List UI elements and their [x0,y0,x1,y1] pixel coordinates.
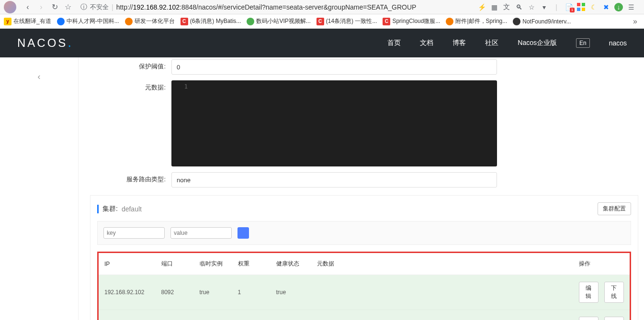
bookmark-item[interactable]: CSpringCloud微服... [383,17,440,25]
cell-metadata [311,275,573,310]
threshold-label: 保护阈值: [90,59,171,71]
bookmark-label: 在线翻译_有道 [13,17,51,25]
cluster-card: 集群: default 集群配置 IP 端口 临时实例 [90,195,638,320]
form-row-metadata: 元数据: 1 [90,80,638,166]
bookmark-label: 研发一体化平台 [135,17,175,25]
url-text: http://192.168.92.102:8848/nacos/#/servi… [116,3,417,11]
th-ip: IP [98,253,156,275]
bookmark-label: NotFound9/interv... [522,18,571,25]
nav-enterprise[interactable]: Nacos企业版 [518,39,557,47]
bookmark-label: SpringCloud微服... [392,17,440,25]
threshold-input[interactable]: 0 [171,59,497,75]
th-metadata: 元数据 [311,253,573,275]
route-label: 服务路由类型: [90,172,171,184]
menu-icon[interactable]: ☰ [627,3,635,11]
form-row-threshold: 保护阈值: 0 [90,59,638,75]
back-icon[interactable]: ‹ [22,1,34,13]
favicon-icon [247,18,254,25]
bookmark-item[interactable]: 附件|邮件，Spring... [446,17,507,25]
nacos-nav: 首页 文档 博客 社区 Nacos企业版 En nacos [387,38,627,48]
meta-search-button[interactable] [237,227,249,239]
bookmark-item[interactable]: 数码小站VIP视频解... [247,17,310,25]
forward-icon[interactable]: › [35,1,47,13]
translate-icon[interactable]: 文 [502,3,511,11]
offline-button[interactable]: 下线 [604,317,624,320]
bookmarks-overflow-icon[interactable]: » [630,17,640,26]
table-header-row: IP 端口 临时实例 权重 健康状态 元数据 操作 [98,253,631,275]
dropdown-icon[interactable]: ▾ [540,3,548,11]
th-weight: 权重 [232,253,271,275]
cell-ops: 编辑 下线 [573,310,631,320]
cell-port: 8092 [156,275,194,310]
edit-button[interactable]: 编辑 [579,317,599,320]
cluster-config-button[interactable]: 集群配置 [598,202,631,215]
moon-ext-icon[interactable]: ☾ [589,3,598,11]
x-ext-icon[interactable]: ✖ [602,3,610,11]
lang-switch[interactable]: En [576,38,590,48]
table-row: 192.168.92.102 8091 true 1 true 编辑 下线 [98,310,631,320]
nav-docs[interactable]: 文档 [420,39,433,47]
favicon-icon [446,18,453,25]
cluster-label: 集群: [102,205,118,213]
bolt-icon[interactable]: ⚡ [477,3,486,11]
form-row-route: 服务路由类型: none [90,172,638,188]
line-number: 1 [178,83,188,90]
nav-blog[interactable]: 博客 [452,39,466,47]
main-layout: ‹ 保护阈值: 0 元数据: 1 服务路由类型: none 集群: defaul… [0,57,644,320]
cell-metadata [311,310,573,320]
bookmark-item[interactable]: y在线翻译_有道 [4,17,51,25]
collapse-icon[interactable]: ‹ [38,72,41,82]
instance-table: IP 端口 临时实例 权重 健康状态 元数据 操作 192.168.92.102… [97,252,631,320]
favicon-icon: y [4,18,11,25]
edit-button[interactable]: 编辑 [579,282,599,303]
nav-community[interactable]: 社区 [485,39,498,47]
meta-value-input[interactable] [170,227,232,239]
bookmark-label: 附件|邮件，Spring... [455,17,507,25]
meta-search-row [97,221,631,245]
reload-icon[interactable]: ↻ [49,1,60,13]
more-divider: | [552,3,561,11]
cell-ops: 编辑 下线 [573,275,631,310]
favicon-icon: C [383,18,390,25]
bookmark-item[interactable]: NotFound9/interv... [513,18,571,25]
nav-home[interactable]: 首页 [387,39,401,47]
table-row: 192.168.92.102 8092 true 1 true 编辑 下线 [98,275,631,310]
route-input[interactable]: none [171,172,497,188]
zoom-icon[interactable]: 🔍︎ [515,3,523,11]
address-bar[interactable]: ⓘ 不安全 | http://192.168.92.102:8848/nacos… [76,3,475,11]
cell-ephemeral: true [194,310,232,320]
cell-ip: 192.168.92.102 [98,310,156,320]
qr-icon[interactable]: ▦ [490,3,498,11]
th-ephemeral: 临时实例 [194,253,232,275]
nav-user[interactable]: nacos [609,39,627,47]
cell-weight: 1 [232,275,271,310]
bookmark-item[interactable]: 研发一体化平台 [125,17,175,25]
bookmark-item[interactable]: C(6条消息) MyBatis... [181,17,241,25]
nacos-logo[interactable]: NACOS. [17,36,73,50]
cell-ephemeral: true [194,275,232,310]
profile-avatar[interactable] [4,1,16,13]
cell-healthy: true [271,310,311,320]
bookmark-label: 中科人才网-中国科... [67,17,119,25]
favicon-icon: C [181,18,188,25]
offline-button[interactable]: 下线 [604,282,624,303]
cell-ip: 192.168.92.102 [98,275,156,310]
favicon-icon: C [316,18,324,25]
content: 保护阈值: 0 元数据: 1 服务路由类型: none 集群: default … [79,57,644,320]
cluster-name: default [122,205,142,213]
bookmark-item[interactable]: 中科人才网-中国科... [57,17,119,25]
fav-icon[interactable]: ☆ [527,3,536,11]
cluster-header: 集群: default 集群配置 [97,202,631,215]
cell-healthy: true [271,275,311,310]
th-healthy: 健康状态 [271,253,311,275]
info-icon: ⓘ [80,3,87,11]
favicon-icon [513,18,520,25]
meta-key-input[interactable] [103,227,165,239]
bookmark-item[interactable]: C(14条消息) 一致性... [316,17,377,25]
download-ext-icon[interactable]: ↓ [614,3,623,11]
th-ops: 操作 [573,253,631,275]
clip-ext-icon[interactable]: 📄 [565,3,573,11]
squares-ext-icon[interactable] [577,3,586,11]
metadata-editor[interactable]: 1 [171,80,497,166]
star-icon[interactable]: ☆ [62,1,74,13]
